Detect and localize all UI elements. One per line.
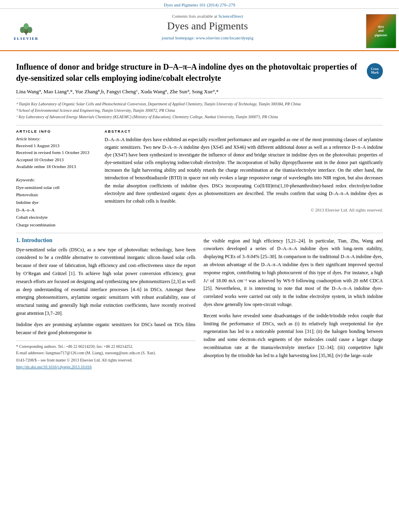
journal-name-header: Dyes and Pigments	[167, 20, 248, 32]
elsevier-tree-icon	[14, 22, 38, 36]
doi-line: http://dx.doi.org/10.1016/j.dyepig.2013.…	[16, 365, 195, 369]
authors-line: Lina Wangᵃ, Mao Liangᵃ,*, Yue Zhangᵃ,b, …	[16, 88, 383, 96]
cover-text: dyes and pigments	[374, 25, 387, 37]
copyright-line: © 2013 Elsevier Ltd. All rights reserved…	[105, 207, 383, 212]
journal-cover-image: dyes and pigments	[366, 14, 396, 48]
article-info-col: ARTICLE INFO Article history: Received 1…	[16, 129, 97, 229]
elsevier-brand-text: ELSEVIER	[14, 37, 39, 41]
affiliation-a: ᵃ Tianjin Key Laboratory of Organic Sola…	[16, 101, 383, 107]
elsevier-logo: ELSEVIER	[4, 20, 48, 42]
intro-para-1: Dye-sensitized solar cells (DSCs), as a …	[16, 246, 195, 318]
affiliation-b: ᵇ School of Environmental Science and En…	[16, 107, 383, 114]
available-date: Available online 18 October 2013	[16, 163, 97, 170]
body-right-col: the visible region and high efficiency […	[204, 237, 383, 370]
article-title: Influence of donor and bridge structure …	[16, 61, 383, 84]
intro-para-2: Indoline dyes are promising arylamine or…	[16, 321, 195, 337]
received-date: Received 1 August 2013	[16, 142, 97, 150]
corresponding-note: * Corresponding authors. Tel.: +86 22 60…	[16, 343, 195, 350]
keyword-2: Photovoltaic	[16, 191, 97, 199]
body-divider	[16, 233, 383, 233]
article-title-section: CrossMark Influence of donor and bridge …	[16, 61, 383, 84]
accepted-date: Accepted 10 October 2013	[16, 156, 97, 164]
elsevier-logo-section: ELSEVIER	[0, 12, 52, 50]
journal-homepage-line: journal homepage: www.elsevier.com/locat…	[162, 35, 253, 40]
affiliation-c: ᶜ Key Laboratory of Advanced Energy Mate…	[16, 114, 383, 120]
sciencedirect-link[interactable]: ScienceDirect	[218, 14, 243, 18]
doi-link[interactable]: http://dx.doi.org/10.1016/j.dyepig.2013.…	[16, 365, 92, 369]
affiliations-section: ᵃ Tianjin Key Laboratory of Organic Sola…	[16, 98, 383, 120]
right-para-1: the visible region and high efficiency […	[204, 237, 383, 309]
keyword-1: Dye-sensitized solar cell	[16, 184, 97, 191]
authors-text: Lina Wangᵃ, Mao Liangᵃ,*, Yue Zhangᵃ,b, …	[16, 88, 219, 94]
keyword-6: Charge recombination	[16, 221, 97, 229]
keywords-block: Keywords: Dye-sensitized solar cell Phot…	[16, 176, 97, 229]
keyword-3: Indoline dye	[16, 199, 97, 206]
journal-citation: Dyes and Pigments 101 (2014) 270–279	[164, 2, 235, 7]
abstract-text: D–A–π–A indoline dyes have exhibited an …	[105, 136, 383, 205]
footnotes-section: * Corresponding authors. Tel.: +86 22 60…	[16, 341, 195, 356]
issn-line: 0143-7208/$ – see front matter © 2013 El…	[16, 358, 195, 362]
email-note: E-mail addresses: liangmao717@126.com (M…	[16, 350, 195, 356]
keyword-5: Cobalt electrolyte	[16, 214, 97, 221]
keyword-4: D–A–π–A	[16, 206, 97, 214]
right-para-2: Recent works have revealed some disadvan…	[204, 312, 383, 360]
journal-citation-bar: Dyes and Pigments 101 (2014) 270–279	[0, 0, 399, 9]
revised-date: Received in revised form 1 October 2013	[16, 149, 97, 156]
article-history-block: Article history: Received 1 August 2013 …	[16, 136, 97, 170]
journal-cover-section: dyes and pigments	[363, 12, 399, 50]
journal-homepage-url: journal homepage: www.elsevier.com/locat…	[162, 35, 253, 40]
abstract-col: ABSTRACT D–A–π–A indoline dyes have exhi…	[105, 129, 383, 229]
section-divider	[16, 125, 383, 125]
main-content: CrossMark Influence of donor and bridge …	[0, 51, 399, 375]
intro-body: Dye-sensitized solar cells (DSCs), as a …	[16, 246, 195, 337]
body-section: 1. Introduction Dye-sensitized solar cel…	[16, 237, 383, 370]
right-body-text: the visible region and high efficiency […	[204, 237, 383, 360]
intro-heading: 1. Introduction	[16, 237, 195, 244]
crossmark-badge: CrossMark	[367, 63, 383, 79]
abstract-label: ABSTRACT	[105, 129, 383, 134]
history-label: Article history:	[16, 136, 97, 142]
article-info-abstract-section: ARTICLE INFO Article history: Received 1…	[16, 129, 383, 229]
crossmark-icon: CrossMark	[367, 63, 383, 79]
body-left-col: 1. Introduction Dye-sensitized solar cel…	[16, 237, 195, 370]
journal-center-header: Contents lists available at ScienceDirec…	[52, 12, 363, 50]
svg-point-5	[25, 30, 27, 32]
svg-rect-6	[25, 31, 27, 33]
article-info-label: ARTICLE INFO	[16, 129, 97, 134]
svg-point-4	[24, 23, 29, 29]
keywords-label: Keywords:	[16, 176, 97, 184]
journal-header: ELSEVIER Contents lists available at Sci…	[0, 9, 399, 51]
sciencedirect-line: Contents lists available at ScienceDirec…	[172, 14, 243, 18]
